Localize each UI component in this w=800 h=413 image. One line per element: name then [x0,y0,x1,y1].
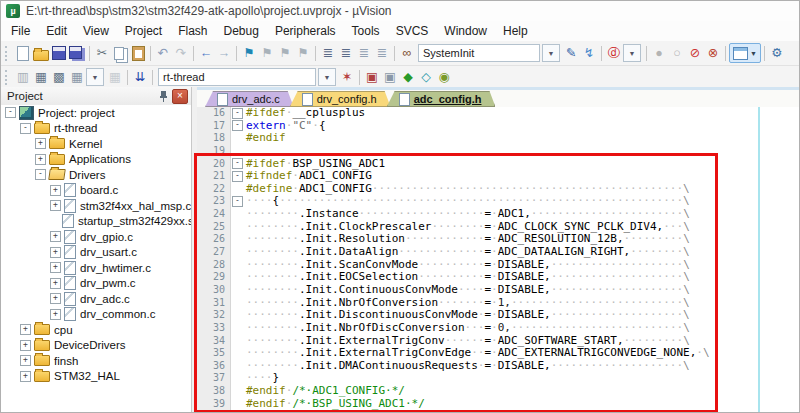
fold-collapse-icon[interactable]: - [232,120,243,131]
run-to-line-icon[interactable]: ↯ [580,45,598,62]
kill-all-breakpoints-icon[interactable]: ⊗ [704,45,722,62]
file-extensions-icon[interactable]: ◇ [417,69,435,86]
menu-svcs[interactable]: SVCS [388,22,437,40]
collapse-icon[interactable]: - [5,107,16,118]
tree-item-cpu[interactable]: +cpu [1,322,191,338]
tree-item-project-project[interactable]: -Project: project [1,105,191,121]
debug-dropdown[interactable]: ▼ [623,44,641,62]
copy-icon[interactable] [111,45,129,62]
undo-icon[interactable]: ↶ [154,45,172,62]
code-area[interactable]: 16-#ifdef·__cplusplus17-extern·"C"·{18#e… [197,107,799,412]
expand-icon[interactable]: + [50,293,61,304]
tree-item-finsh[interactable]: +finsh [1,353,191,369]
cut-icon[interactable]: ✂ [93,45,111,62]
pin-icon[interactable] [156,89,170,103]
tree-item-drv-pwm-c[interactable]: +drv_pwm.c [1,276,191,292]
menu-help[interactable]: Help [495,22,536,40]
fold-collapse-icon[interactable]: - [232,171,243,182]
project-items-icon[interactable]: ◆ [399,69,417,86]
download-icon[interactable]: ⇊ [131,69,149,86]
code-line-39[interactable]: 39#endif·/*·BSP_USING_ADC1·*/ [197,398,799,411]
menu-tools[interactable]: Tools [344,22,388,40]
save-all-icon[interactable] [68,45,86,62]
code-line-17[interactable]: 17-extern·"C"·{ [197,120,799,133]
pack-installer-icon[interactable]: ◉ [435,69,453,86]
translate-file-icon[interactable]: ▥ [14,69,32,86]
tab-drv-adc-c[interactable]: drv_adc.c [205,91,294,107]
tree-item-drv-common-c[interactable]: +drv_common.c [1,307,191,323]
fold-toggle[interactable]: - [231,195,244,208]
collapse-icon[interactable]: - [35,169,46,180]
menu-file[interactable]: File [3,22,38,40]
close-panel-icon[interactable]: × [172,89,188,104]
expand-icon[interactable]: + [50,309,61,320]
disable-all-breakpoints-icon[interactable]: ⊘ [686,45,704,62]
configure-tools-icon[interactable]: ⚙ [768,45,786,62]
tree-item-applications[interactable]: +Applications [1,152,191,168]
enable-breakpoint-icon[interactable]: ○ [668,45,686,62]
expand-icon[interactable]: + [20,371,31,382]
menu-project[interactable]: Project [117,22,170,40]
toggle-bookmark-icon[interactable]: ⚑ [240,45,258,62]
manage-components-icon[interactable]: ▣ [363,69,381,86]
menu-edit[interactable]: Edit [38,22,75,40]
clear-bookmarks-icon[interactable]: ⚑ [294,45,312,62]
menu-peripherals[interactable]: Peripherals [267,22,344,40]
indent-right-icon[interactable]: ≣ [337,45,355,62]
navigate-back-icon[interactable]: ← [197,45,215,62]
insert-breakpoint-icon[interactable]: ● [650,45,668,62]
tree-item-rt-thread[interactable]: -rt-thread [1,121,191,137]
fold-collapse-icon[interactable]: - [232,108,243,119]
options-for-target-icon[interactable]: ✶ [338,69,356,86]
batch-build-dropdown[interactable]: ▼ [86,68,104,86]
build-icon[interactable]: ▦ [32,69,50,86]
tree-item-stm32-hal[interactable]: +STM32_HAL [1,369,191,385]
tree-item-kernel[interactable]: +Kernel [1,136,191,152]
fold-collapse-icon[interactable]: - [232,196,243,207]
save-icon[interactable] [50,45,68,62]
navigate-forward-icon[interactable]: → [215,45,233,62]
rebuild-all-icon[interactable]: ▩ [50,69,68,86]
project-windows-button[interactable]: ▼ [729,43,761,63]
expand-icon[interactable]: + [50,278,61,289]
indent-left-icon[interactable]: ≣ [319,45,337,62]
code-line-40[interactable]: 40 [197,410,799,412]
expand-icon[interactable]: + [20,340,31,351]
fold-toggle[interactable]: - [231,107,244,120]
menu-flash[interactable]: Flash [170,22,215,40]
expand-icon[interactable]: + [50,247,61,258]
stop-build-icon[interactable]: ▦ [106,69,124,86]
expand-icon[interactable]: + [50,185,61,196]
fold-toggle[interactable]: - [231,158,244,171]
expand-icon[interactable]: + [20,355,31,366]
tree-item-startup-stm32f429xx-s[interactable]: startup_stm32f429xx.s [1,214,191,230]
find-in-files-icon[interactable]: ∞ [398,45,416,62]
expand-icon[interactable]: + [20,324,31,335]
paste-icon[interactable] [129,45,147,62]
fold-toggle[interactable]: - [231,120,244,133]
tab-adc-config-h[interactable]: adc_config.h [387,91,496,107]
tree-item-drivers[interactable]: -Drivers [1,167,191,183]
tree-item-board-c[interactable]: +board.c [1,183,191,199]
collapse-icon[interactable]: - [20,123,31,134]
code-line-18[interactable]: 18#endif [197,132,799,145]
multi-project-icon[interactable]: ▣ [381,69,399,86]
open-file-icon[interactable] [32,45,50,62]
expand-icon[interactable]: + [50,231,61,242]
expand-icon[interactable]: + [35,154,46,165]
menu-view[interactable]: View [75,22,117,40]
function-combo[interactable]: SystemInit [418,44,540,62]
comment-icon[interactable]: ≣ [355,45,373,62]
tree-item-devicedrivers[interactable]: +DeviceDrivers [1,338,191,354]
fold-collapse-icon[interactable]: - [232,158,243,169]
menu-window[interactable]: Window [436,22,495,40]
redo-icon[interactable]: ↷ [172,45,190,62]
tab-drv-config-h[interactable]: drv_config.h [290,91,391,107]
expand-icon[interactable]: + [50,262,61,273]
function-combo-dropdown[interactable]: ▼ [542,44,560,62]
start-debug-icon[interactable]: ⓓ [605,45,623,62]
configure-flash-icon[interactable]: ✎ [562,45,580,62]
next-bookmark-icon[interactable]: ⚑ [276,45,294,62]
tree-item-drv-usart-c[interactable]: +drv_usart.c [1,245,191,261]
batch-build-icon[interactable]: ▦ [68,69,86,86]
